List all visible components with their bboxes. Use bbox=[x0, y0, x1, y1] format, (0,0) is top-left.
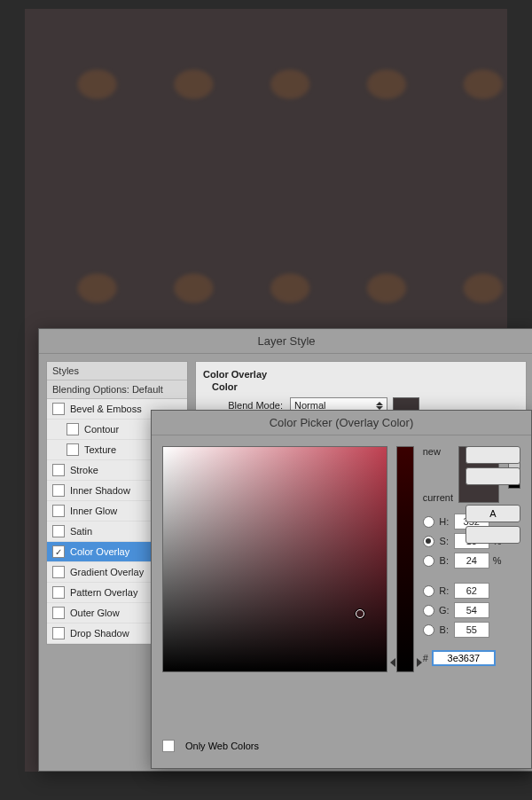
style-checkbox[interactable] bbox=[52, 403, 65, 415]
color-field-cursor-icon[interactable] bbox=[356, 609, 364, 618]
dialog-title[interactable]: Layer Style bbox=[39, 329, 532, 354]
style-label: Contour bbox=[84, 424, 119, 435]
current-color-label: current bbox=[423, 492, 453, 503]
color-field[interactable] bbox=[162, 446, 387, 672]
style-checkbox[interactable] bbox=[52, 566, 65, 578]
style-checkbox[interactable] bbox=[52, 627, 65, 639]
select-chevrons-icon bbox=[376, 402, 383, 410]
style-label: Pattern Overlay bbox=[70, 587, 137, 598]
style-checkbox[interactable] bbox=[52, 525, 65, 537]
rgb-row-r: R:62 bbox=[423, 583, 520, 599]
style-checkbox[interactable] bbox=[52, 484, 65, 497]
g-input[interactable]: 54 bbox=[454, 602, 489, 618]
unit-label: % bbox=[493, 555, 505, 566]
style-label: Bevel & Emboss bbox=[70, 404, 142, 414]
color-mode-radio-b[interactable] bbox=[423, 555, 434, 567]
blending-options-header[interactable]: Blending Options: Default bbox=[47, 380, 187, 399]
style-label: Inner Glow bbox=[70, 506, 117, 516]
dialog-title[interactable]: Color Picker (Overlay Color) bbox=[152, 411, 531, 435]
field-label: G: bbox=[438, 605, 450, 616]
b-input[interactable]: 55 bbox=[454, 622, 489, 638]
hsb-row-b: B:24% bbox=[423, 553, 520, 569]
style-label: Gradient Overlay bbox=[70, 567, 144, 577]
style-checkbox[interactable] bbox=[52, 607, 65, 619]
color-libraries-button[interactable] bbox=[466, 526, 520, 544]
hue-slider-thumb[interactable] bbox=[390, 658, 422, 667]
new-color-label: new bbox=[423, 446, 453, 457]
field-label: H: bbox=[438, 516, 450, 527]
color-mode-radio-s[interactable] bbox=[423, 536, 434, 547]
cancel-button[interactable] bbox=[466, 467, 520, 485]
rgb-row-g: G:54 bbox=[423, 602, 520, 618]
color-mode-radio-r[interactable] bbox=[423, 585, 434, 597]
b-input[interactable]: 24 bbox=[454, 553, 489, 569]
group-subtitle: Color bbox=[203, 381, 519, 392]
style-label: Inner Shadow bbox=[70, 485, 130, 496]
r-input[interactable]: 62 bbox=[454, 583, 489, 599]
style-checkbox[interactable] bbox=[52, 505, 65, 517]
style-label: Drop Shadow bbox=[70, 628, 129, 639]
styles-header[interactable]: Styles bbox=[47, 362, 187, 380]
only-web-colors-checkbox[interactable] bbox=[162, 740, 175, 752]
field-label: S: bbox=[438, 536, 450, 546]
color-mode-radio-h[interactable] bbox=[423, 516, 434, 528]
style-label: Outer Glow bbox=[70, 608, 120, 618]
style-label: Satin bbox=[70, 526, 92, 537]
add-swatch-button[interactable]: A bbox=[466, 505, 520, 522]
style-checkbox[interactable] bbox=[52, 586, 65, 599]
hex-input[interactable]: 3e3637 bbox=[432, 650, 496, 666]
color-mode-radio-b[interactable] bbox=[423, 624, 434, 636]
rgb-row-b: B:55 bbox=[423, 622, 520, 638]
field-label: B: bbox=[438, 555, 450, 566]
hue-slider[interactable] bbox=[396, 446, 414, 672]
style-label: Stroke bbox=[70, 465, 98, 475]
field-label: B: bbox=[438, 624, 450, 635]
style-checkbox[interactable] bbox=[66, 443, 79, 456]
style-checkbox[interactable] bbox=[52, 464, 65, 476]
color-picker-dialog: Color Picker (Overlay Color) new current bbox=[151, 410, 532, 769]
hex-label: # bbox=[423, 653, 428, 663]
style-checkbox[interactable] bbox=[66, 423, 79, 435]
style-label: Texture bbox=[84, 444, 116, 455]
canvas-texture bbox=[25, 18, 507, 151]
ok-button[interactable] bbox=[466, 446, 520, 464]
color-mode-radio-g[interactable] bbox=[423, 605, 434, 616]
style-label: Color Overlay bbox=[70, 546, 129, 557]
style-checkbox[interactable]: ✓ bbox=[52, 545, 65, 558]
only-web-colors-label: Only Web Colors bbox=[185, 741, 259, 751]
group-title: Color Overlay bbox=[203, 369, 519, 380]
field-label: R: bbox=[438, 585, 450, 596]
